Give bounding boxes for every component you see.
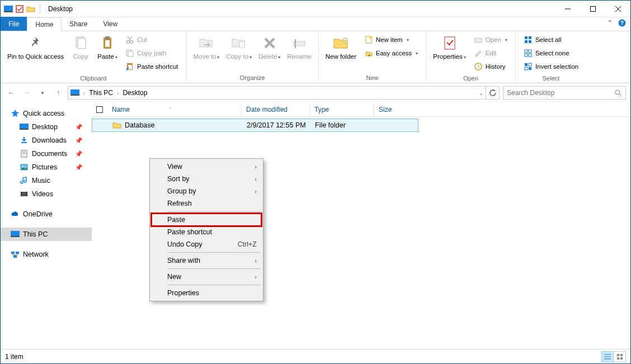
pin-icon: 📌 [75, 164, 88, 171]
svg-rect-62 [11, 252, 15, 254]
selectall-checkbox[interactable] [96, 106, 103, 113]
file-row[interactable]: Database 2/9/2017 12:55 PM File folder [92, 119, 418, 132]
crumb-desktop[interactable]: Desktop [123, 89, 147, 97]
selectall-button[interactable]: Select all [521, 34, 581, 46]
svg-rect-40 [529, 54, 531, 56]
svg-point-30 [369, 36, 373, 39]
copypath-button: Copy path [123, 47, 181, 59]
svg-line-48 [619, 94, 621, 96]
group-organize: Move to▾ Copy to▾ Delete▾ Rename Organiz… [187, 31, 319, 83]
history-button[interactable]: History [472, 60, 510, 73]
svg-rect-39 [525, 54, 528, 56]
svg-rect-12 [105, 36, 110, 39]
chevron-right-icon: › [255, 163, 257, 170]
minimize-button[interactable] [555, 1, 580, 17]
search-placeholder: Search Desktop [507, 89, 614, 97]
ctx-paste[interactable]: Paste [152, 214, 261, 226]
svg-rect-34 [529, 36, 531, 39]
up-button[interactable]: ↑ [52, 87, 64, 99]
item-count: 1 item [5, 353, 23, 361]
col-size[interactable]: Size [374, 102, 416, 116]
back-button[interactable]: ← [5, 87, 17, 99]
svg-text:?: ? [620, 20, 624, 26]
newfolder-button[interactable]: ✦ New folder [322, 32, 360, 60]
ctx-groupby[interactable]: Group by› [152, 185, 261, 197]
ctx-properties[interactable]: Properties [152, 287, 261, 299]
ctx-sortby[interactable]: Sort by› [152, 173, 261, 185]
tab-file[interactable]: File [1, 17, 27, 31]
qat-newfolder-icon[interactable] [26, 4, 35, 13]
refresh-button[interactable] [486, 86, 500, 100]
nav-documents[interactable]: Documents📌 [1, 147, 92, 160]
properties-button[interactable]: Properties▾ [430, 32, 469, 61]
nav-thispc[interactable]: This PC [1, 228, 92, 241]
search-input[interactable]: Search Desktop [503, 86, 626, 100]
ctx-view[interactable]: View› [152, 160, 261, 173]
svg-rect-64 [13, 256, 17, 258]
col-name[interactable]: Name˄ [107, 102, 242, 116]
nav-pictures[interactable]: Pictures📌 [1, 160, 92, 174]
tab-view[interactable]: View [95, 17, 125, 31]
sort-asc-icon: ˄ [169, 107, 172, 112]
pasteshortcut-button[interactable]: Paste shortcut [123, 60, 181, 73]
details-view-button[interactable] [601, 351, 614, 362]
col-modified[interactable]: Date modified [242, 102, 310, 116]
nav-desktop[interactable]: Desktop📌 [1, 120, 92, 134]
easyaccess-button[interactable]: Easy access▾ [362, 47, 421, 59]
svg-rect-10 [78, 39, 86, 49]
svg-rect-58 [21, 192, 22, 196]
svg-rect-33 [525, 36, 528, 39]
icons-view-button[interactable] [614, 351, 626, 362]
ctx-refresh[interactable]: Refresh [152, 197, 261, 210]
help-icon[interactable]: ? [618, 19, 626, 27]
qat-properties-icon[interactable] [15, 4, 24, 13]
nav-onedrive[interactable]: OneDrive [1, 207, 92, 221]
col-type[interactable]: Type [310, 102, 374, 116]
copy-label: Copy [73, 53, 88, 60]
svg-rect-19 [128, 51, 133, 56]
address-dd[interactable]: ⌄ [479, 90, 483, 96]
svg-rect-51 [21, 142, 27, 143]
svg-rect-2 [16, 6, 23, 12]
nav-network[interactable]: Network [1, 248, 92, 261]
chevron-right-icon[interactable]: › [116, 90, 119, 96]
open-button: Open▾ [472, 34, 510, 46]
selectnone-button[interactable]: Select none [521, 47, 581, 59]
tab-share[interactable]: Share [62, 17, 95, 31]
context-menu: View› Sort by› Group by› Refresh Paste P… [149, 158, 263, 301]
address-bar[interactable]: › This PC › Desktop ⌄ [68, 86, 486, 100]
tab-home[interactable]: Home [27, 17, 62, 31]
group-open-label: Open [430, 74, 512, 83]
nav-quickaccess[interactable]: Quick access [1, 107, 92, 120]
ctx-separator [167, 252, 261, 253]
close-button[interactable] [605, 1, 630, 17]
svg-rect-71 [620, 357, 623, 360]
nav-music[interactable]: Music [1, 174, 92, 187]
ctx-new[interactable]: New› [152, 271, 261, 283]
newitem-button[interactable]: New item▾ [362, 34, 421, 46]
svg-rect-45 [70, 89, 79, 95]
svg-rect-38 [529, 50, 531, 53]
ctx-undocopy[interactable]: Undo CopyCtrl+Z [152, 238, 261, 250]
chevron-right-icon[interactable]: › [83, 90, 86, 96]
recent-dd[interactable]: ▾ [36, 87, 49, 99]
column-header: Name˄ Date modified Type Size [92, 102, 630, 117]
ribbon: Pin to Quick access Copy Paste▾ Cut Copy… [1, 31, 630, 83]
ctx-pasteshortcut[interactable]: Paste shortcut [152, 226, 261, 238]
collapse-ribbon-icon[interactable]: ⌃ [607, 19, 613, 27]
paste-button[interactable]: Paste▾ [94, 32, 121, 61]
svg-point-56 [22, 166, 24, 168]
crumb-thispc[interactable]: This PC [89, 89, 113, 97]
chevron-right-icon: › [255, 257, 257, 264]
chevron-right-icon: › [255, 176, 257, 182]
svg-rect-68 [617, 354, 619, 356]
moveto-button: Move to▾ [190, 32, 223, 61]
ctx-sharewith[interactable]: Share with› [152, 254, 261, 267]
nav-downloads[interactable]: Downloads📌 [1, 134, 92, 147]
pin-quickaccess-button[interactable]: Pin to Quick access [4, 32, 67, 60]
maximize-button[interactable] [580, 1, 605, 17]
nav-videos[interactable]: Videos [1, 187, 92, 201]
address-row: ← → ▾ ↑ › This PC › Desktop ⌄ Search Des… [1, 83, 630, 102]
group-select: Select all Select none Invert selection … [516, 31, 586, 83]
invert-button[interactable]: Invert selection [521, 60, 581, 73]
